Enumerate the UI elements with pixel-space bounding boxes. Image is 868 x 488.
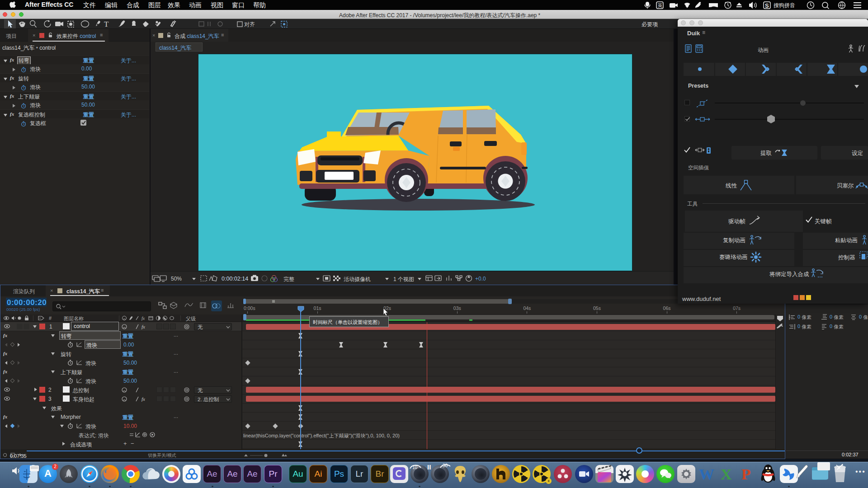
svg-text:T: T (104, 20, 109, 28)
svg-text:W: W (699, 466, 714, 483)
svg-text:英: 英 (658, 3, 663, 8)
svg-text:10: 10 (412, 465, 418, 470)
svg-text:搜狗拼音: 搜狗拼音 (774, 2, 795, 9)
svg-text:P: P (741, 466, 751, 483)
svg-text:X: X (721, 466, 732, 483)
svg-text:S: S (765, 2, 769, 9)
svg-text:fx: fx (142, 324, 145, 329)
svg-text:对齐: 对齐 (244, 21, 255, 28)
svg-text:fx: fx (142, 396, 145, 402)
svg-text:fx: fx (142, 316, 145, 321)
svg-text:30: 30 (443, 463, 448, 468)
